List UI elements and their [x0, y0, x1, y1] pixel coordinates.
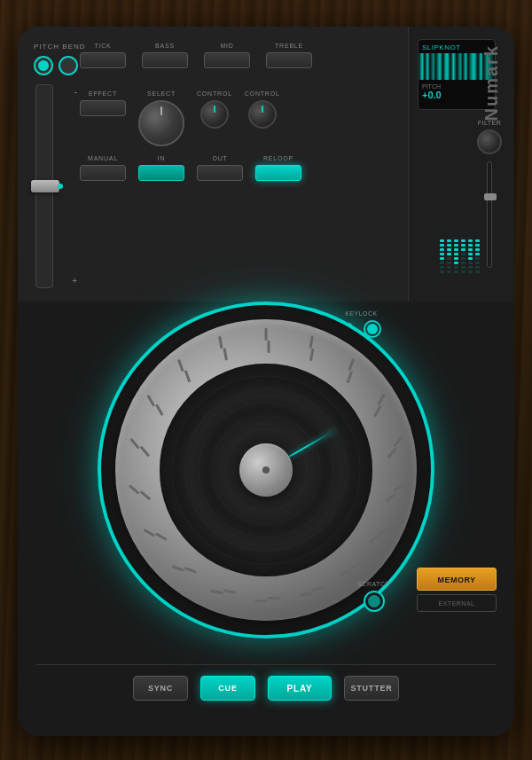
svg-rect-31 — [461, 270, 466, 273]
svg-rect-81 — [155, 404, 164, 417]
svg-rect-29 — [461, 262, 466, 264]
select-knob[interactable] — [138, 100, 184, 146]
svg-rect-71 — [393, 482, 404, 492]
svg-rect-45 — [475, 262, 480, 264]
memory-section: MEMORY EXTERNAL — [417, 568, 497, 612]
svg-rect-22 — [454, 266, 458, 269]
svg-rect-32 — [468, 239, 473, 242]
svg-rect-15 — [447, 270, 451, 273]
tick-group: TICK — [80, 43, 126, 68]
svg-rect-27 — [461, 253, 466, 255]
svg-rect-8 — [447, 239, 451, 242]
memory-btn[interactable]: MEMORY — [417, 568, 497, 591]
control2-knob[interactable] — [248, 100, 277, 129]
tick-btn[interactable] — [80, 52, 126, 68]
svg-rect-2 — [440, 248, 444, 251]
bottom-separator — [35, 664, 497, 665]
svg-rect-10 — [447, 248, 451, 251]
svg-rect-18 — [454, 248, 458, 251]
out-group: OUT — [197, 155, 243, 181]
bass-group: BASS — [142, 43, 188, 68]
svg-rect-78 — [155, 532, 168, 541]
pitch-bend-buttons — [34, 56, 85, 75]
svg-rect-5 — [440, 262, 444, 264]
scratch-section: SCRATCH — [357, 581, 390, 612]
svg-rect-59 — [171, 565, 184, 572]
svg-rect-4 — [440, 257, 444, 260]
in-label: IN — [158, 155, 166, 161]
pitch-bend-label: PITCH BEND — [34, 43, 85, 51]
scratch-btn[interactable] — [364, 591, 385, 612]
filter-knob[interactable] — [477, 129, 502, 154]
jog-vinyl — [160, 364, 372, 576]
pitch-bend-left-btn[interactable] — [34, 56, 53, 75]
select-group: SELECT — [138, 90, 184, 146]
svg-rect-70 — [393, 436, 403, 448]
svg-rect-44 — [475, 257, 480, 260]
svg-rect-1 — [440, 244, 444, 247]
svg-rect-7 — [440, 270, 444, 273]
vu-meter-svg — [440, 239, 502, 310]
sync-btn[interactable]: SYNC — [133, 676, 188, 701]
transport-row: SYNC CUE PLAY STUTTER — [18, 676, 514, 701]
svg-rect-72 — [378, 526, 390, 535]
manual-group: MANUAL — [80, 155, 126, 181]
play-btn[interactable]: PLAY — [268, 676, 332, 701]
svg-rect-49 — [309, 349, 314, 361]
svg-rect-24 — [461, 239, 466, 242]
svg-rect-75 — [268, 597, 280, 599]
cue-btn[interactable]: CUE — [200, 676, 255, 701]
svg-rect-21 — [454, 262, 458, 264]
bass-btn[interactable] — [142, 52, 188, 68]
pitch-bend-section: PITCH BEND — [34, 43, 85, 75]
control1-knob[interactable] — [200, 100, 229, 129]
svg-rect-57 — [255, 599, 268, 602]
treble-label: TREBLE — [275, 43, 303, 49]
reloop-btn[interactable] — [255, 165, 301, 181]
top-button-row3: MANUAL IN OUT RELOOP — [80, 155, 301, 181]
right-panel: SLIPKNOT PITCH +0.0 Numark FILTER — [408, 27, 514, 302]
svg-rect-79 — [140, 490, 152, 500]
scratch-label: SCRATCH — [357, 581, 390, 587]
pitch-slider[interactable]: - + — [35, 84, 53, 288]
svg-rect-61 — [129, 484, 140, 494]
pitch-bend-right-btn[interactable] — [59, 56, 78, 75]
jog-wheel-ring: /* ticks rendered in JS below */ — [115, 319, 417, 621]
in-btn[interactable] — [138, 165, 184, 181]
svg-rect-17 — [454, 244, 458, 247]
svg-rect-30 — [461, 266, 466, 269]
svg-rect-74 — [311, 587, 324, 592]
effect-btn[interactable] — [80, 100, 126, 116]
manual-btn[interactable] — [80, 165, 126, 181]
svg-rect-54 — [369, 535, 381, 544]
stutter-btn[interactable]: STUTTER — [344, 676, 399, 701]
dj-controller: PITCH BEND - + TICK BASS MID — [18, 27, 514, 736]
out-btn[interactable] — [197, 165, 243, 181]
external-btn[interactable]: EXTERNAL — [417, 594, 497, 612]
svg-rect-25 — [461, 244, 466, 247]
brand-logo: Numark — [481, 44, 502, 121]
svg-rect-58 — [210, 590, 223, 594]
svg-rect-82 — [184, 370, 192, 382]
svg-rect-37 — [468, 262, 473, 264]
svg-rect-53 — [386, 492, 397, 502]
svg-rect-63 — [146, 395, 155, 407]
control1-group: CONTROL — [197, 90, 232, 129]
svg-rect-20 — [454, 257, 458, 260]
svg-rect-3 — [440, 253, 444, 255]
svg-rect-46 — [475, 266, 480, 269]
top-button-row1: TICK BASS MID TREBLE — [80, 43, 312, 68]
svg-rect-55 — [339, 569, 351, 576]
svg-rect-14 — [447, 266, 451, 269]
tick-label: TICK — [94, 43, 111, 49]
svg-rect-35 — [468, 253, 473, 255]
svg-rect-42 — [475, 248, 480, 251]
filter-slider-thumb — [484, 193, 497, 200]
svg-rect-28 — [461, 257, 466, 260]
svg-rect-65 — [218, 336, 223, 349]
treble-btn[interactable] — [266, 52, 312, 68]
in-group: IN — [138, 155, 184, 181]
svg-rect-9 — [447, 244, 451, 247]
mid-btn[interactable] — [204, 52, 250, 68]
pitch-slider-dot — [58, 184, 63, 189]
